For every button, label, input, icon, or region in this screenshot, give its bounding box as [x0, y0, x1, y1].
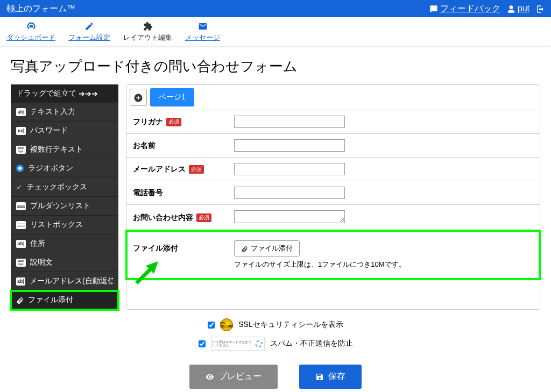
- paperclip-icon: [16, 296, 24, 304]
- field-palette: ドラッグで組立て ➔ ➔ ➔ ab| テキスト入力 xx| パスワード abcx…: [11, 84, 118, 310]
- field-email[interactable]: メールアドレス 必須: [126, 158, 540, 181]
- field-inquiry[interactable]: お問い合わせ内容 必須: [126, 205, 540, 231]
- palette-text-input[interactable]: ab| テキスト入力: [11, 103, 118, 122]
- user-link[interactable]: put: [507, 4, 529, 13]
- password-field-icon: xx|: [16, 127, 26, 135]
- palette-multiline[interactable]: abcxyz 複数行テキスト: [11, 140, 118, 159]
- multiline-field-icon: abcxyz: [16, 259, 26, 267]
- name-input[interactable]: [234, 139, 345, 152]
- palette-radio[interactable]: ラジオボタン: [11, 159, 118, 178]
- field-furigana[interactable]: フリガナ 必須: [126, 110, 540, 134]
- radio-icon: [16, 165, 24, 172]
- user-icon: [507, 4, 515, 13]
- phone-input[interactable]: [234, 187, 345, 199]
- save-button[interactable]: 保存: [299, 365, 362, 389]
- navbar: ダッシュボード フォーム設定 レイアウト編集 メッセージ: [0, 17, 551, 46]
- ssl-seal-icon: SSLSECURE: [220, 318, 233, 331]
- paperclip-icon: [241, 244, 248, 252]
- nav-dashboard[interactable]: ダッシュボード: [6, 20, 55, 42]
- puzzle-icon: [143, 20, 153, 32]
- nav-form-settings[interactable]: フォーム設定: [68, 20, 110, 42]
- field-phone[interactable]: 電話番号: [126, 181, 540, 205]
- sidebar-header: ドラッグで組立て ➔ ➔ ➔: [11, 84, 118, 103]
- envelope-icon: [198, 20, 208, 32]
- page-title: 写真アップロード付きの問い合わせフォーム: [0, 46, 551, 84]
- text-field-icon: ab|: [16, 277, 25, 286]
- required-badge: 必須: [189, 165, 204, 174]
- file-size-help: ファイルのサイズ上限は、1ファイルにつき10Mです。: [234, 260, 406, 269]
- text-field-icon: ab|: [16, 108, 26, 116]
- palette-file-attach[interactable]: ファイル添付: [11, 291, 118, 310]
- dashboard-icon: [26, 20, 36, 32]
- multiline-field-icon: abcxyz: [16, 146, 26, 154]
- ssl-checkbox[interactable]: [208, 322, 215, 329]
- email-input[interactable]: [234, 163, 345, 175]
- recaptcha-icon: [255, 339, 263, 348]
- list-icon: [16, 202, 26, 210]
- palette-dropdown[interactable]: プルダウンリスト: [11, 197, 118, 216]
- nav-layout-edit[interactable]: レイアウト編集: [123, 20, 172, 42]
- furigana-input[interactable]: [234, 116, 345, 128]
- nav-messages[interactable]: メッセージ: [185, 20, 220, 42]
- palette-checkbox[interactable]: ✔ チェックボックス: [11, 178, 118, 197]
- option-spam: 私はロボットではありません スパム・不正送信を防止: [199, 337, 353, 351]
- plus-icon: [133, 92, 143, 103]
- eye-icon: [206, 372, 214, 382]
- spam-checkbox[interactable]: [199, 340, 206, 347]
- top-header: 極上のフォーム™ フィードバック put: [0, 0, 551, 17]
- field-name[interactable]: お名前: [126, 134, 540, 158]
- action-buttons: プレビュー 保存: [0, 359, 551, 392]
- palette-description[interactable]: abcxyz 説明文: [11, 253, 118, 272]
- feedback-link[interactable]: フィードバック: [429, 3, 500, 15]
- required-badge: 必須: [196, 213, 211, 222]
- pencil-icon: [84, 20, 94, 32]
- palette-password[interactable]: xx| パスワード: [11, 122, 118, 140]
- arrows-icon: ➔ ➔ ➔: [79, 89, 97, 98]
- save-icon: [315, 372, 324, 382]
- page-tabs: ページ1: [126, 85, 540, 110]
- brand-title: 極上のフォーム™: [6, 3, 75, 15]
- logout-icon[interactable]: [536, 4, 545, 13]
- option-ssl: SSLSECURE SSLセキュリティシールを表示: [208, 318, 343, 331]
- file-attach-button[interactable]: ファイル添付: [234, 240, 300, 256]
- list-icon: [16, 221, 26, 229]
- palette-email-autoreply[interactable]: ab| メールアドレス(自動返信): [11, 272, 118, 291]
- recaptcha-preview: 私はロボットではありません: [211, 337, 265, 351]
- text-field-icon: ab|: [16, 240, 26, 248]
- form-options: SSLSECURE SSLセキュリティシールを表示 私はロボットではありません …: [0, 310, 551, 359]
- comment-icon: [429, 4, 438, 13]
- inquiry-textarea[interactable]: [234, 210, 345, 223]
- tab-page1[interactable]: ページ1: [150, 88, 194, 106]
- required-badge: 必須: [166, 118, 181, 126]
- preview-button[interactable]: プレビュー: [189, 365, 278, 389]
- form-builder: ページ1 フリガナ 必須 お名前 メールアドレス 必須: [126, 84, 540, 310]
- palette-address[interactable]: ab| 住所: [11, 234, 118, 253]
- check-icon: ✔: [16, 183, 23, 191]
- palette-listbox[interactable]: リストボックス: [11, 216, 118, 234]
- add-page-button[interactable]: [130, 89, 147, 106]
- field-file-attach[interactable]: ファイル添付 ファイル添付 ファイルのサイズ上限は、1ファイルにつき10Mです。: [126, 231, 540, 279]
